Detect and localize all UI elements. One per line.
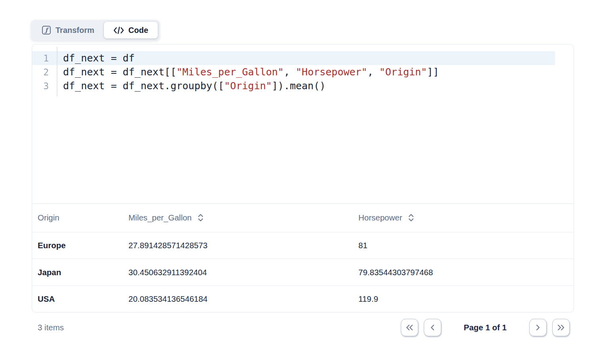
column-header-horsepower[interactable]: Horsepower xyxy=(358,213,574,222)
tab-transform-label: Transform xyxy=(56,26,94,35)
next-page-button[interactable] xyxy=(529,319,547,336)
code-token: , xyxy=(367,66,379,78)
line-number: 2 xyxy=(32,67,57,77)
pagination: Page 1 of 1 xyxy=(401,319,570,336)
column-header-origin: Origin xyxy=(38,213,128,222)
string-token: "Horsepower" xyxy=(296,66,367,78)
code-lines: 1 df_next = df 2 df_next = df_next[["Mil… xyxy=(32,44,574,93)
double-chevron-right-icon xyxy=(557,324,565,331)
double-chevron-left-icon xyxy=(406,324,413,331)
line-number: 3 xyxy=(32,81,57,91)
cell-origin: Japan xyxy=(38,268,128,277)
code-line-2[interactable]: 2 df_next = df_next[["Miles_per_Gallon",… xyxy=(32,65,574,79)
first-page-button[interactable] xyxy=(401,319,418,336)
code-token: , xyxy=(284,66,296,78)
cell-origin: Europe xyxy=(38,241,128,250)
cell-horsepower: 81 xyxy=(358,241,574,250)
code-brackets-icon xyxy=(113,27,124,34)
app-root: ƒ Transform Code 1 df_next = df xyxy=(0,0,601,364)
previous-page-button[interactable] xyxy=(424,319,441,336)
table-header-row: Origin Miles_per_Gallon Horsepower xyxy=(32,203,574,232)
column-header-label: Miles_per_Gallon xyxy=(128,213,192,222)
table-footer: 3 items Page 1 of 1 xyxy=(32,315,574,340)
last-page-button[interactable] xyxy=(552,319,570,336)
cell-miles-per-gallon: 30.450632911392404 xyxy=(128,268,358,277)
code-token: df_next = df_next.groupby([ xyxy=(63,80,224,92)
string-token: "Miles_per_Gallon" xyxy=(176,66,284,78)
cell-miles-per-gallon: 27.891428571428573 xyxy=(128,241,358,250)
code-line-3[interactable]: 3 df_next = df_next.groupby(["Origin"]).… xyxy=(32,79,574,93)
page-indicator: Page 1 of 1 xyxy=(464,323,507,332)
cell-origin: USA xyxy=(38,294,128,304)
column-header-miles-per-gallon[interactable]: Miles_per_Gallon xyxy=(128,213,358,222)
cell-miles-per-gallon: 20.083534136546184 xyxy=(128,294,358,304)
code-text: df_next = df_next.groupby(["Origin"]).me… xyxy=(57,80,325,92)
code-text: df_next = df xyxy=(57,52,135,64)
column-header-label: Horsepower xyxy=(358,213,402,222)
string-token: "Origin" xyxy=(379,66,427,78)
function-icon: ƒ xyxy=(42,26,51,34)
cell-horsepower: 119.9 xyxy=(358,294,574,304)
table-row: USA 20.083534136546184 119.9 xyxy=(32,285,574,312)
string-token: "Origin" xyxy=(224,80,272,92)
code-token: df_next = df xyxy=(63,52,135,64)
code-token: ]] xyxy=(427,66,439,78)
code-and-result-panel: 1 df_next = df 2 df_next = df_next[["Mil… xyxy=(32,44,574,312)
table-row: Japan 30.450632911392404 79.835443037974… xyxy=(32,259,574,285)
chevron-left-icon xyxy=(430,324,435,331)
code-token: df_next = df_next[[ xyxy=(63,66,176,78)
cell-horsepower: 79.83544303797468 xyxy=(358,268,574,277)
items-count: 3 items xyxy=(38,323,64,332)
table-row: Europe 27.891428571428573 81 xyxy=(32,232,574,259)
tab-code[interactable]: Code xyxy=(104,22,158,38)
code-line-1[interactable]: 1 df_next = df xyxy=(32,51,574,65)
view-tabbar: ƒ Transform Code xyxy=(31,20,160,40)
line-number: 1 xyxy=(32,53,57,63)
chevron-right-icon xyxy=(536,324,540,331)
sort-chevrons-icon[interactable] xyxy=(408,213,414,222)
code-editor[interactable]: 1 df_next = df 2 df_next = df_next[["Mil… xyxy=(32,44,574,203)
sort-chevrons-icon[interactable] xyxy=(197,213,204,222)
code-text: df_next = df_next[["Miles_per_Gallon", "… xyxy=(57,66,439,78)
tab-transform[interactable]: ƒ Transform xyxy=(31,26,104,35)
code-token: ]).mean() xyxy=(272,80,325,92)
tab-code-label: Code xyxy=(128,26,148,35)
